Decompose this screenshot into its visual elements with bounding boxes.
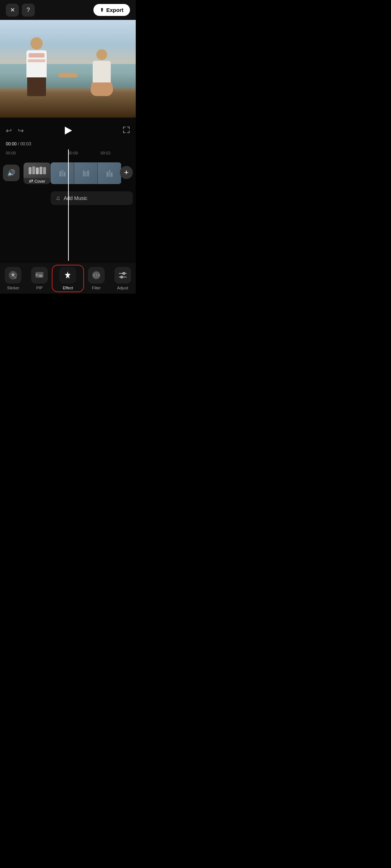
bottom-toolbar: Sticker PIP Effect [0, 263, 136, 294]
undo-redo-group: ↩ ↪ [6, 126, 24, 135]
time-display: 00:00 / 00:03 [0, 140, 136, 149]
close-button[interactable]: ✕ [6, 4, 19, 17]
audio-icon: 🔊 [7, 169, 15, 177]
filter-tool[interactable]: Filter [83, 267, 110, 290]
video-frame-3 [98, 162, 121, 184]
swap-icon: ⇄ [29, 178, 33, 184]
video-strip[interactable] [51, 162, 121, 184]
effect-icon-wrap [59, 267, 76, 284]
top-bar: ✕ ? ⬆ Export [0, 0, 136, 20]
ruler-dot-1: · [76, 151, 77, 155]
help-button[interactable]: ? [22, 4, 35, 17]
sticker-label: Sticker [7, 286, 19, 290]
svg-point-5 [67, 274, 69, 276]
export-label: Export [106, 7, 123, 13]
playhead [68, 149, 69, 261]
fullscreen-button[interactable] [123, 126, 130, 135]
person-left [11, 35, 63, 96]
adjust-icon [118, 270, 128, 280]
effect-tool[interactable]: Effect [52, 265, 83, 292]
svg-point-11 [123, 272, 125, 275]
pip-icon-wrap [31, 267, 48, 284]
redo-button[interactable]: ↪ [18, 126, 24, 135]
adjust-label: Adjust [117, 286, 128, 290]
ruler-label-0: 00:00 [6, 151, 16, 155]
sticker-tool[interactable]: Sticker [0, 267, 26, 290]
sticker-icon [8, 270, 18, 280]
pip-tool[interactable]: PIP [26, 267, 53, 290]
undo-button[interactable]: ↩ [6, 126, 12, 135]
music-note-icon: ♫ [56, 195, 60, 201]
export-button[interactable]: ⬆ Export [93, 4, 130, 16]
svg-point-12 [121, 276, 123, 278]
time-current: 00:00 [6, 141, 17, 146]
tracks-container: 🔊 ⇄ Cover [0, 159, 136, 188]
controls-row: ↩ ↪ [0, 118, 136, 140]
ruler-label-2: 00:02 [101, 151, 111, 155]
adjust-icon-wrap [114, 267, 131, 284]
play-icon [65, 127, 72, 135]
time-total: 00:03 [20, 141, 31, 146]
add-icon: + [124, 168, 129, 177]
preview-area [0, 20, 136, 118]
filter-icon [91, 270, 101, 280]
filter-icon-wrap [88, 267, 105, 284]
pip-icon [34, 270, 45, 280]
export-upload-icon: ⬆ [100, 7, 104, 13]
audio-mute-button[interactable]: 🔊 [3, 165, 20, 181]
timeline-area: ↩ ↪ 00:00 / 00:03 00:00 00:00 · 00:02 · … [0, 118, 136, 265]
play-button[interactable] [62, 124, 75, 137]
top-bar-left: ✕ ? [6, 4, 35, 17]
video-frame-1 [51, 162, 74, 184]
pip-label: PIP [36, 286, 43, 290]
add-music-button[interactable]: ♫ Add Music [51, 191, 133, 205]
time-separator: / [17, 141, 20, 146]
hands [58, 73, 77, 78]
svg-rect-3 [39, 275, 42, 277]
cover-image [24, 163, 51, 178]
ruler-dot-2: · [112, 151, 113, 155]
video-frame-2 [74, 162, 98, 184]
filter-label: Filter [92, 286, 101, 290]
svg-point-8 [96, 275, 97, 276]
sticker-icon-wrap [5, 267, 21, 284]
adjust-tool[interactable]: Adjust [109, 267, 136, 290]
add-music-label: Add Music [64, 195, 87, 201]
preview-image [0, 20, 136, 118]
effect-label: Effect [63, 286, 73, 290]
cover-label: Cover [34, 179, 45, 183]
person-right [79, 39, 125, 96]
cover-thumbnail[interactable]: ⇄ Cover [24, 162, 51, 184]
add-clip-button[interactable]: + [120, 166, 133, 179]
effect-icon [63, 270, 73, 280]
